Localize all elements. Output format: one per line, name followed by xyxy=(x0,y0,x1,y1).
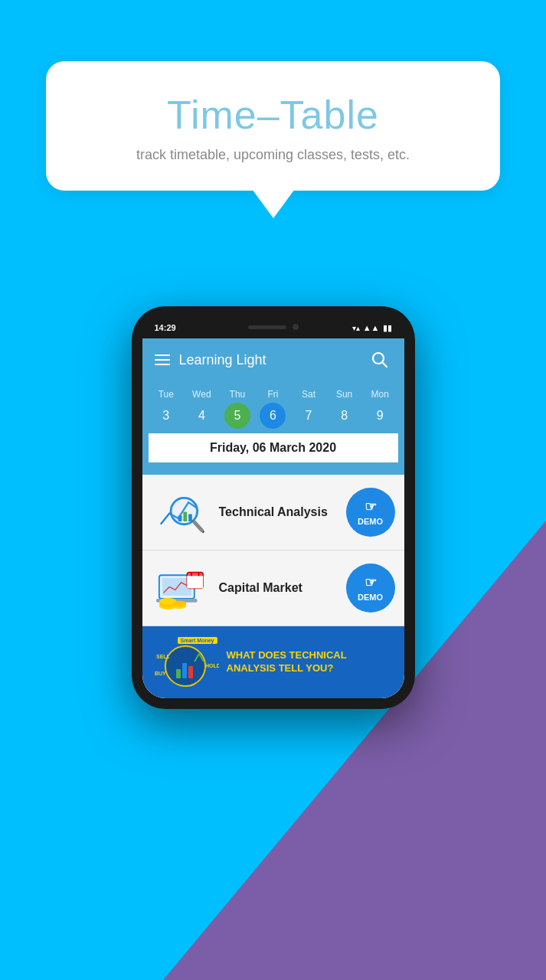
day-label-wed: Wed xyxy=(192,389,211,400)
hamburger-line-3 xyxy=(155,364,170,365)
cursor-icon-1: ☞ xyxy=(365,498,377,515)
day-mon[interactable]: Mon 9 xyxy=(362,389,397,429)
svg-line-8 xyxy=(195,521,202,530)
calendar-section: Tue 3 Wed 4 Thu 5 Fri 6 xyxy=(142,381,404,475)
day-num-9: 9 xyxy=(367,403,393,429)
demo-label-2: DEMO xyxy=(358,593,383,602)
course-card-technical-analysis: Technical Analysis ☞ DEMO xyxy=(142,475,404,550)
selected-date-label: Friday, 06 March 2020 xyxy=(149,433,398,462)
notch-speaker xyxy=(248,325,286,329)
course-2-info: Capital Market xyxy=(219,581,340,595)
cursor-icon-2: ☞ xyxy=(365,574,377,591)
svg-rect-24 xyxy=(182,663,187,678)
course-1-name: Technical Analysis xyxy=(219,505,328,519)
svg-rect-25 xyxy=(188,666,193,678)
svg-rect-7 xyxy=(188,514,192,521)
day-sat[interactable]: Sat 7 xyxy=(291,389,326,429)
demo-label-1: DEMO xyxy=(358,517,383,526)
svg-line-1 xyxy=(382,363,387,368)
bottom-banner: Smart Money SELL BUY HO xyxy=(142,626,404,698)
phone-notch-center xyxy=(231,320,316,334)
phone-mockup: 14:29 ▾▴ ▲▲ ▮▮ Learning L xyxy=(132,306,415,709)
svg-rect-6 xyxy=(183,511,187,521)
app-header: Learning Light xyxy=(142,338,404,381)
course-card-capital-market: Capital Market ☞ DEMO xyxy=(142,550,404,626)
day-num-5-today: 5 xyxy=(224,403,250,429)
status-time: 14:29 xyxy=(155,323,176,332)
course-2-name: Capital Market xyxy=(219,581,302,595)
svg-rect-23 xyxy=(176,669,181,678)
app-header-left: Learning Light xyxy=(155,352,266,368)
day-wed[interactable]: Wed 4 xyxy=(184,389,219,429)
day-num-4: 4 xyxy=(188,403,214,429)
svg-text:BUY: BUY xyxy=(155,671,166,676)
hamburger-line-2 xyxy=(155,359,170,361)
search-button[interactable] xyxy=(368,348,392,372)
day-thu[interactable]: Thu 5 xyxy=(220,389,255,429)
days-row: Tue 3 Wed 4 Thu 5 Fri 6 xyxy=(149,389,398,429)
svg-rect-13 xyxy=(187,576,203,588)
battery-icon: ▮▮ xyxy=(383,323,392,333)
svg-text:SELL: SELL xyxy=(156,654,171,659)
phone-screen: Learning Light Tue 3 Wed xyxy=(142,338,404,698)
svg-point-20 xyxy=(173,600,186,606)
day-fri[interactable]: Fri 6 xyxy=(255,389,290,429)
day-label-sat: Sat xyxy=(302,389,316,400)
phone-outer: 14:29 ▾▴ ▲▲ ▮▮ Learning L xyxy=(132,306,415,709)
technical-analysis-icon xyxy=(152,485,213,539)
wifi-icon: ▾▴ xyxy=(352,324,360,332)
day-label-thu: Thu xyxy=(230,389,246,400)
banner-tag: Smart Money xyxy=(178,637,217,644)
hamburger-line-1 xyxy=(155,354,170,356)
bubble-subtitle: track timetable, upcoming classes, tests… xyxy=(69,147,477,163)
course-2-demo-button[interactable]: ☞ DEMO xyxy=(346,564,395,612)
banner-text: WHAT DOES TECHNICAL ANALYSIS TELL YOU? xyxy=(227,649,395,675)
signal-bars-icon: ▲▲ xyxy=(363,323,380,332)
svg-rect-5 xyxy=(178,515,182,521)
speech-bubble: Time–Table track timetable, upcoming cla… xyxy=(46,61,500,191)
capital-market-icon xyxy=(152,561,213,615)
banner-chart: Smart Money SELL BUY HO xyxy=(152,635,221,689)
phone-notch-bar: 14:29 ▾▴ ▲▲ ▮▮ xyxy=(142,317,404,338)
day-num-8: 8 xyxy=(332,403,358,429)
day-num-7: 7 xyxy=(296,403,322,429)
app-title: Learning Light xyxy=(179,352,266,368)
course-1-demo-button[interactable]: ☞ DEMO xyxy=(346,488,395,537)
day-label-mon: Mon xyxy=(371,389,388,400)
day-num-3: 3 xyxy=(153,403,179,429)
day-label-sun: Sun xyxy=(336,389,352,400)
hamburger-menu-button[interactable] xyxy=(155,354,170,365)
day-num-6-selected: 6 xyxy=(260,403,286,429)
day-label-tue: Tue xyxy=(159,389,174,400)
svg-text:HOLD: HOLD xyxy=(205,663,219,668)
notch-camera xyxy=(293,324,299,330)
day-tue[interactable]: Tue 3 xyxy=(149,389,184,429)
bubble-title: Time–Table xyxy=(69,92,477,138)
status-icons: ▾▴ ▲▲ ▮▮ xyxy=(352,323,392,333)
day-label-fri: Fri xyxy=(267,389,278,400)
day-sun[interactable]: Sun 8 xyxy=(327,389,362,429)
course-1-info: Technical Analysis xyxy=(219,505,340,519)
